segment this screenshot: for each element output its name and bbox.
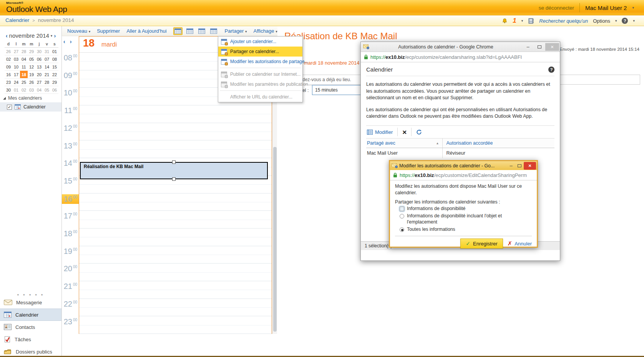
my-calendars-group[interactable]: Mes calendriers xyxy=(3,95,42,101)
scrollbar-thumb[interactable] xyxy=(273,147,277,332)
help-icon[interactable]: ? xyxy=(622,18,628,24)
mini-calendar-day[interactable]: 16 xyxy=(5,71,12,78)
radio-button[interactable] xyxy=(400,214,404,219)
radio-option-3[interactable]: Toutes les informations xyxy=(400,227,532,233)
refresh-icon[interactable] xyxy=(416,129,422,135)
mini-calendar-day[interactable]: 26 xyxy=(28,78,35,86)
mini-calendar-day[interactable]: 04 xyxy=(35,86,43,93)
mini-calendar-day[interactable]: 30 xyxy=(5,86,12,93)
mini-calendar-day[interactable]: 08 xyxy=(51,55,58,63)
column-header-permission[interactable]: Autorisation accordée xyxy=(442,138,554,148)
share-menu-item-1[interactable]: Ajouter un calendrier... xyxy=(218,37,302,47)
calendar-hour-slot[interactable] xyxy=(79,246,272,264)
mini-calendar-day[interactable]: 03 xyxy=(12,55,20,63)
sidebar-item-contacts[interactable]: Contacts xyxy=(0,321,61,333)
mini-calendar-day[interactable]: 17 xyxy=(12,71,20,78)
chevron-down-icon[interactable]: ▾ xyxy=(521,19,523,23)
delete-button[interactable]: Supprimer xyxy=(97,28,120,34)
calendar-checkbox[interactable]: ✓ xyxy=(7,105,12,110)
radio-option-1[interactable]: Informations de disponibilité xyxy=(400,206,532,212)
collapse-triangle-icon[interactable] xyxy=(3,97,6,100)
close-button[interactable]: × xyxy=(524,162,536,170)
sidebar-item-messagerie[interactable]: Messagerie xyxy=(0,296,61,309)
modify-button[interactable]: Modifier xyxy=(367,129,393,135)
minimize-button[interactable]: – xyxy=(522,43,534,51)
week-view-icon[interactable] xyxy=(197,27,206,35)
reminder-bell-icon[interactable] xyxy=(502,18,508,24)
mini-calendar-day[interactable]: 22 xyxy=(51,71,58,78)
mini-calendar-day[interactable]: 28 xyxy=(20,48,28,55)
mini-calendar-prev-icon[interactable]: ‹ xyxy=(6,33,8,39)
permission-table-row[interactable]: Mac Mail UserRéviseur xyxy=(366,148,554,158)
mini-calendar-day[interactable]: 18 xyxy=(20,71,28,78)
calendar-hour-slot[interactable] xyxy=(79,211,272,229)
chevron-down-icon[interactable]: ▾ xyxy=(615,19,617,23)
calendar-hour-slot[interactable] xyxy=(79,299,272,317)
calendar-hour-slot[interactable] xyxy=(79,281,272,299)
window-titlebar[interactable]: Autorisations de calendrier - Google Chr… xyxy=(361,42,560,52)
user-menu[interactable]: Mac Mail User 2 xyxy=(585,5,627,11)
mini-calendar-day[interactable]: 20 xyxy=(35,71,43,78)
mini-calendar-day[interactable]: 29 xyxy=(28,48,35,55)
delete-permission-icon[interactable]: × xyxy=(402,128,407,136)
day-view-icon[interactable] xyxy=(173,27,183,35)
sidebar-item-dossiers-publics[interactable]: Dossiers publics xyxy=(0,345,61,357)
maximize-button[interactable] xyxy=(515,162,524,170)
cancel-button[interactable]: ✗ Annuler xyxy=(508,240,532,247)
chevron-down-icon[interactable]: ▾ xyxy=(51,34,53,38)
calendar-hour-slot[interactable] xyxy=(79,194,272,211)
radio-button[interactable] xyxy=(400,207,404,211)
mini-calendar-day[interactable]: 27 xyxy=(35,78,43,86)
sign-out-link[interactable]: se déconnecter xyxy=(539,5,574,11)
mini-calendar-day[interactable]: 04 xyxy=(20,55,28,63)
mini-calendar-day[interactable]: 31 xyxy=(43,48,51,55)
save-button[interactable]: ✓ Enregistrer xyxy=(460,239,503,249)
mini-calendar-day[interactable]: 24 xyxy=(12,78,20,86)
share-menu-button[interactable]: Partager ▾ xyxy=(225,28,247,34)
mini-calendar-day[interactable]: 29 xyxy=(51,78,58,86)
mini-calendar-next-icon[interactable]: › xyxy=(54,33,56,39)
sidebar-item-calendrier[interactable]: Calendrier xyxy=(0,309,61,321)
breadcrumb-calendar-link[interactable]: Calendrier xyxy=(5,17,29,23)
radio-option-2[interactable]: Informations de disponibilité incluant l… xyxy=(400,213,532,225)
close-button[interactable]: × xyxy=(545,43,559,51)
calendar-event[interactable]: Réalisation de KB Mac Mail xyxy=(80,162,268,179)
sidebar-item-calendar[interactable]: ✓ Calendrier xyxy=(0,102,61,112)
mini-calendar-day[interactable]: 26 xyxy=(5,48,12,55)
radio-button[interactable] xyxy=(400,227,404,232)
chevron-down-icon[interactable]: ▾ xyxy=(633,19,635,23)
minimize-button[interactable]: – xyxy=(507,162,515,170)
mini-calendar-day[interactable]: 10 xyxy=(12,63,20,70)
mini-calendar-day[interactable]: 11 xyxy=(20,63,28,70)
mini-calendar-day[interactable]: 15 xyxy=(51,63,58,70)
mini-calendar-day[interactable]: 01 xyxy=(51,48,58,55)
mini-calendar-day[interactable]: 12 xyxy=(28,63,35,70)
mini-calendar-day[interactable]: 05 xyxy=(43,86,51,93)
chevron-down-icon[interactable]: ▾ xyxy=(632,6,634,10)
mini-calendar-day[interactable]: 28 xyxy=(43,78,51,86)
calendar-hour-slot[interactable] xyxy=(79,123,272,141)
calendar-hour-slot[interactable] xyxy=(79,141,272,158)
mini-calendar-day[interactable]: 23 xyxy=(5,78,12,86)
mini-calendar-day[interactable]: 03 xyxy=(28,86,35,93)
view-menu-button[interactable]: Affichage ▾ xyxy=(254,28,277,34)
reminder-count-badge[interactable]: 1 xyxy=(513,17,516,25)
month-view-icon[interactable] xyxy=(209,27,218,35)
mini-calendar-day[interactable]: 05 xyxy=(28,55,35,63)
workweek-view-icon[interactable] xyxy=(185,27,194,35)
window-titlebar[interactable]: Modifier les autorisations de calendrier… xyxy=(390,161,537,170)
mini-calendar-day[interactable]: 02 xyxy=(20,86,28,93)
address-bar[interactable]: https://ex10.biz/ecp/customize/calendars… xyxy=(361,52,560,62)
mini-calendar-day[interactable]: 06 xyxy=(51,86,58,93)
resize-handle-top[interactable] xyxy=(172,160,176,164)
sidebar-item-t-ches[interactable]: Tâches xyxy=(0,333,61,345)
new-button[interactable]: Nouveau ▾ xyxy=(67,28,90,34)
mini-calendar-day[interactable]: 21 xyxy=(43,71,51,78)
help-icon[interactable]: ? xyxy=(548,67,554,73)
mini-calendar-day[interactable]: 25 xyxy=(20,78,28,86)
mini-calendar-day[interactable]: 30 xyxy=(35,48,43,55)
mini-calendar-day[interactable]: 01 xyxy=(12,86,20,93)
options-menu[interactable]: Options xyxy=(593,18,610,24)
maximize-button[interactable] xyxy=(534,43,545,51)
calendar-hour-slot[interactable] xyxy=(79,229,272,246)
